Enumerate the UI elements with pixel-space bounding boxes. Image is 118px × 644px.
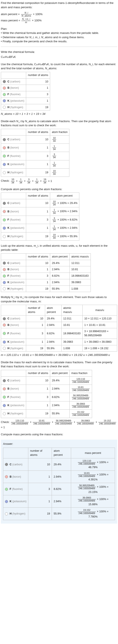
element-cell-fluorine: F (fluorine): [1, 216, 26, 224]
col-number-of-atoms: number of atoms: [26, 193, 50, 199]
element-cell-boron: B (boron): [1, 385, 26, 393]
element-symbol: F: [7, 218, 9, 221]
element-swatch-icon: [3, 171, 6, 174]
element-name: (boron): [10, 86, 19, 89]
mass-percent-cell: 10.81246.165509489 × 100% = 4.391%: [71, 471, 115, 483]
table-row: C (carbon) 10 29.4% 12.011: [1, 260, 91, 266]
element-name: (boron): [10, 210, 19, 213]
count-atoms-section: Use the chemical formula, C₁₀H₁₉BF₃K, to…: [1, 62, 117, 116]
atomic-mass-section: Look up the atomic mass, m_i, in unified…: [1, 244, 117, 292]
element-cell-boron: B (boron): [1, 144, 26, 152]
element-symbol: H: [10, 512, 12, 515]
mass-per-element-section: Multiply N_i by m_i to compute the mass …: [1, 295, 117, 357]
mass-u-cell: 1 × 10.81 = 10.81: [82, 322, 117, 328]
element-swatch-icon: [3, 235, 6, 238]
mass-per-element-heading: Multiply N_i by m_i to compute the mass …: [1, 295, 117, 304]
element-swatch-icon: [3, 317, 6, 320]
col-number-of-atoms: number of atoms: [26, 129, 50, 135]
element-cell-boron: B (boron): [3, 471, 28, 483]
col-atom-fraction: atom fraction: [50, 129, 69, 135]
atom-percent-cell: 29.4%: [50, 260, 70, 266]
element-name: (fluorine): [10, 396, 21, 398]
mass-fraction-cell: 39.0983246.165509489: [70, 401, 92, 410]
atom-percent-cell: 8.82%: [50, 393, 70, 401]
element-cell-potassium: K (potassium): [1, 401, 26, 410]
element-symbol: F: [7, 396, 9, 398]
element-cell-potassium: K (potassium): [1, 279, 26, 286]
element-cell-carbon: C (carbon): [1, 199, 26, 208]
n-atoms-cell: 1: [26, 208, 50, 216]
table-row: B (boron) 1 2.94% 10.81246.165509489: [1, 385, 92, 393]
fraction: 56.995209489246.165509489: [78, 484, 95, 490]
n-atoms-cell: 19: [26, 232, 50, 240]
fraction: 1034: [11, 178, 15, 184]
col-atomic-mass: atomic mass/u: [70, 253, 91, 260]
fraction: 134: [52, 225, 56, 231]
m-sum-text: m = 120.110 u + 10.81 u + 56.995209489 u…: [1, 353, 110, 356]
mass-percent-fraction: N_i m_i m: [21, 18, 31, 24]
count-atoms-heading: Use the chemical formula, C₁₀H₁₉BF₃K, to…: [1, 62, 117, 70]
plan-line-2a: • Determine values for: [1, 36, 29, 39]
atomic-mass-cell: 10.81: [70, 266, 91, 273]
table-header-row: number of atoms atom percent: [1, 193, 79, 199]
element-swatch-icon: [3, 412, 6, 415]
divider: [1, 46, 117, 47]
element-swatch-icon: [3, 106, 6, 109]
table-header-row: number of atoms atom percent mass percen…: [3, 448, 115, 458]
molecular-mass-sum: m = 120.110 u + 10.81 u + 56.995209489 u…: [1, 353, 117, 357]
fraction: 134: [52, 162, 56, 167]
atom-percent-cell: 29.4%: [50, 376, 70, 384]
natoms-sum: N_atoms = 10 + 1 + 3 + 1 + 19 = 34: [1, 112, 117, 116]
table-row: H (hydrogen) 19 55.9% 1.008: [1, 286, 91, 292]
table-row: B (boron) 1 2.94% 10.81246.165509489 × 1…: [3, 471, 115, 483]
element-symbol: K: [7, 99, 9, 102]
n-atoms-cell: 1: [26, 338, 45, 345]
table-header-row: number of atoms atom percent atomic mass…: [1, 305, 117, 316]
atom-fractions-heading: Divide each N_i by N_atoms to calculate …: [1, 119, 117, 128]
frac-den: m: [25, 21, 27, 24]
element-symbol: F: [7, 274, 9, 277]
n-atoms-cell: 19: [26, 410, 50, 418]
table-row: F (fluorine) 3 8.82% 56.995209489246.165…: [1, 393, 92, 401]
n-atoms-cell: 1: [26, 322, 45, 328]
table-header-row: number of atoms atom fraction: [1, 129, 69, 135]
fraction: 120.110246.165509489: [11, 419, 29, 425]
element-cell-hydrogen: H (hydrogen): [1, 410, 26, 418]
mass-fraction-cell: 19.152246.165509489: [70, 410, 92, 418]
col-atom-percent: atom percent: [50, 370, 70, 376]
element-name: (carbon): [10, 262, 20, 264]
atomic-mass-heading: Look up the atomic mass, m_i, in unified…: [1, 244, 117, 252]
atomic-mass-cell: 12.011: [61, 315, 82, 322]
n-atoms-cell: 1: [26, 98, 50, 104]
atom-fraction-cell: 1034: [50, 135, 69, 144]
atom-percents-section: Compute atom percents using the atom fra…: [1, 187, 117, 241]
fraction: 120.110246.165509489: [78, 460, 95, 465]
element-symbol: B: [7, 146, 9, 149]
n-atoms-cell: 19: [26, 104, 50, 110]
element-swatch-icon: [3, 93, 6, 96]
atom-percent-cell: 55.9%: [50, 286, 70, 292]
n-atoms-cell: 1: [26, 279, 50, 286]
atoms-count-table: number of atoms C (carbon) 10 B (boron) …: [1, 72, 50, 111]
check-mass-fractions: Check: 120.110246.165509489 + 10.81246.1…: [1, 419, 117, 430]
element-symbol: H: [7, 412, 9, 415]
times-100: × 100%: [33, 12, 42, 16]
table-header-row: number of atoms atom percent atomic mass…: [1, 253, 91, 260]
col-mass-u: mass/u: [82, 305, 117, 316]
mass-fractions-table: number of atoms atom percent mass fracti…: [1, 370, 92, 418]
atomic-mass-cell: 1.008: [61, 345, 82, 352]
col-atomic-mass: atomic mass/u: [61, 305, 82, 316]
compute-mass-percents-section: Compute mass percents using the mass fra…: [1, 432, 117, 436]
element-name: (fluorine): [10, 218, 21, 221]
write-formula-heading: Write the chemical formula:: [1, 50, 117, 54]
fraction: 334: [27, 178, 31, 184]
element-swatch-icon: [3, 324, 6, 326]
element-name: (boron): [10, 324, 19, 326]
plan-heading: Plan:: [1, 27, 117, 31]
table-row: K (potassium) 1 134 × 100% = 2.94%: [1, 224, 79, 232]
count-heading-a: Use the chemical formula,: [1, 62, 34, 66]
atom-percent-cell: 1934 × 100% = 55.9%: [50, 232, 79, 240]
fraction: 134: [35, 178, 39, 184]
answer-label: Answer:: [3, 442, 115, 446]
atom-percent-cell: 134 × 100% = 2.94%: [50, 208, 79, 216]
